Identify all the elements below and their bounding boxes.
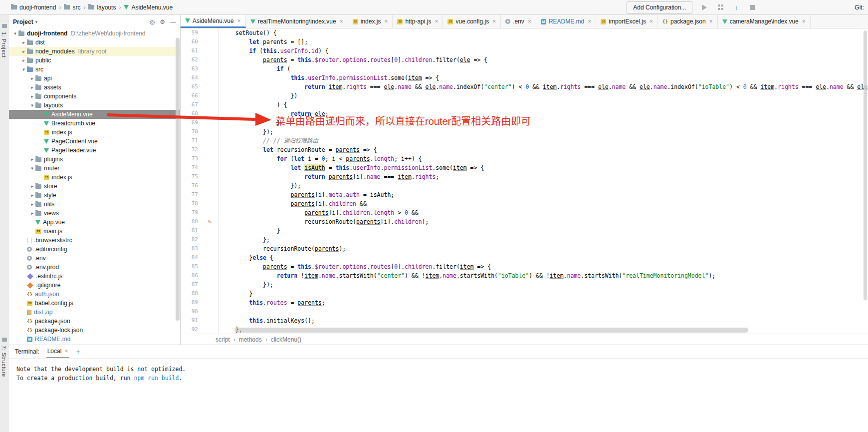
tree-item-plugins[interactable]: ▸plugins <box>9 155 180 164</box>
close-icon[interactable]: × <box>64 348 68 355</box>
tree-item-src[interactable]: ▾src <box>9 65 180 74</box>
chevron-closed-icon[interactable]: ▸ <box>29 76 35 81</box>
tree-item-gitignore[interactable]: .gitignore <box>9 281 180 290</box>
breadcrumb-item-duoji-frontend[interactable]: duoji-frontend <box>11 4 56 11</box>
breadcrumb-item-layouts[interactable]: layouts <box>88 4 116 11</box>
chevron-open-icon[interactable]: ▾ <box>20 67 27 72</box>
tree-item-dist[interactable]: ▸dist <box>9 38 180 47</box>
tree-item-env[interactable]: .env <box>9 254 180 263</box>
tree-item-editorconfig[interactable]: .editorconfig <box>9 245 180 254</box>
chevron-closed-icon[interactable]: ▸ <box>29 184 35 189</box>
code-line[interactable]: 80↻ recursionRoute(parents[i].children); <box>181 217 868 226</box>
code-line[interactable]: 86 return !item.name.startsWith("center"… <box>181 271 868 280</box>
code-line[interactable]: 69 } <box>181 118 868 127</box>
code-line[interactable]: 61 if (this.userInfo.id) { <box>181 46 868 55</box>
chevron-closed-icon[interactable]: ▸ <box>29 211 35 216</box>
tree-item-dist-zip[interactable]: dist.zip <box>9 308 180 317</box>
tab-package-json[interactable]: package.json× <box>658 15 718 28</box>
editor-breadcrumb-methods[interactable]: methods <box>239 336 262 343</box>
project-tool-icon[interactable] <box>2 24 7 28</box>
tree-item-breadcrumb-vue[interactable]: Breadcrumb.vue <box>9 119 180 128</box>
update-project-icon[interactable]: ↓ <box>732 3 740 11</box>
close-icon[interactable]: × <box>802 18 806 25</box>
chevron-closed-icon[interactable]: ▸ <box>29 85 35 90</box>
project-scrollbar[interactable] <box>176 38 180 321</box>
code-line[interactable]: 65 return item.rights === ele.name && el… <box>181 82 868 91</box>
tab-asidemenu-vue[interactable]: AsideMenu.vue× <box>181 15 246 28</box>
project-panel-title[interactable]: Project <box>13 18 33 25</box>
code-line[interactable]: 71 // // 递归权限路由 <box>181 136 868 145</box>
code-line[interactable]: 84 }else { <box>181 253 868 262</box>
code-line[interactable]: 88 } <box>181 289 868 298</box>
chevron-open-icon[interactable]: ▾ <box>29 103 35 108</box>
tree-item-utils[interactable]: ▸utils <box>9 200 180 209</box>
code-line[interactable]: 78 parents[i].children && <box>181 199 868 208</box>
code-line[interactable]: 64 this.userInfo.permissionList.some(ite… <box>181 73 868 82</box>
tree-item-components[interactable]: ▸components <box>9 92 180 101</box>
git-branch-widget[interactable]: Git: <box>855 4 864 11</box>
hide-panel-icon[interactable]: — <box>170 18 176 25</box>
tab-cameramanage-index-vue[interactable]: cameraManage\index.vue× <box>718 15 811 28</box>
code-line[interactable]: 82 }; <box>181 235 868 244</box>
code-line[interactable]: 83 recursionRoute(parents); <box>181 244 868 253</box>
stop-icon[interactable] <box>748 3 756 11</box>
tree-item-duoji-frontend[interactable]: ▾duoji-frontendD:\zheheWeb\duoji-fronten… <box>9 29 180 38</box>
horizontal-scrollbar[interactable] <box>234 328 748 333</box>
close-icon[interactable]: × <box>384 18 388 25</box>
tool-button-project[interactable]: 1: Project <box>1 32 7 57</box>
tab-importexcel-js[interactable]: importExcel.js× <box>596 15 658 28</box>
code-line[interactable]: 73 for (let i = 0; i < parents.length; i… <box>181 154 868 163</box>
tree-item-store[interactable]: ▸store <box>9 182 180 191</box>
tree-item-auth-json[interactable]: auth.json <box>9 290 180 299</box>
recursive-call-icon[interactable]: ↻ <box>198 217 221 226</box>
code-line[interactable]: 59 setRoute() { <box>181 28 868 37</box>
close-icon[interactable]: × <box>237 17 241 24</box>
editor-breadcrumb-script[interactable]: script <box>216 336 230 343</box>
add-configuration-button[interactable]: Add Configuration... <box>627 1 692 13</box>
code-line[interactable]: 87 }); <box>181 280 868 289</box>
code-line[interactable]: 91 this.initialKeys(); <box>181 316 868 325</box>
close-icon[interactable]: × <box>588 18 591 25</box>
tab-http-api-js[interactable]: http-api.js× <box>393 15 443 28</box>
new-terminal-icon[interactable]: + <box>76 348 80 356</box>
tree-item-app-vue[interactable]: App.vue <box>9 218 180 227</box>
tree-item-node-modules[interactable]: ▸node_moduleslibrary root <box>9 47 180 56</box>
code-line[interactable]: 79 parents[i].children.length > 0 && <box>181 208 868 217</box>
terminal-output[interactable]: Note that the development build is not o… <box>9 359 868 383</box>
tree-item-env-prod[interactable]: .env.prod <box>9 263 180 272</box>
close-icon[interactable]: × <box>492 18 496 25</box>
tree-item-package-lock-json[interactable]: package-lock.json <box>9 326 180 335</box>
code-line[interactable]: 75 return parents[i].name === item.right… <box>181 172 868 181</box>
tree-item-asidemenu-vue[interactable]: AsideMenu.vue <box>9 110 180 119</box>
chevron-closed-icon[interactable]: ▸ <box>29 157 35 162</box>
tree-item-public[interactable]: ▸public <box>9 56 180 65</box>
code-line[interactable]: 68 return ele; <box>181 109 868 118</box>
close-icon[interactable]: × <box>434 18 438 25</box>
close-icon[interactable]: × <box>650 18 653 25</box>
chevron-closed-icon[interactable]: ▸ <box>29 202 35 207</box>
code-line[interactable]: 72 let recursionRoute = parents => { <box>181 145 868 154</box>
tree-item-readme-md[interactable]: README.md <box>9 335 180 344</box>
code-line[interactable]: 81 } <box>181 226 868 235</box>
tree-item-eslintrc-js[interactable]: .eslintrc.js <box>9 272 180 281</box>
code-line[interactable]: 67 ) { <box>181 100 868 109</box>
profiler-icon[interactable] <box>716 3 724 11</box>
code-line[interactable]: 63 if ( <box>181 64 868 73</box>
tab-realtimemonitoring-index-vue[interactable]: realTimeMonitoring\index.vue× <box>246 15 348 28</box>
settings-gear-icon[interactable]: ⚙ <box>160 18 165 25</box>
tab-vue-config-js[interactable]: vue.config.js× <box>443 15 501 28</box>
chevron-closed-icon[interactable]: ▸ <box>20 49 27 54</box>
chevron-down-icon[interactable]: ▾ <box>35 19 38 24</box>
tab-env[interactable]: .env× <box>501 15 536 28</box>
tool-button-structure[interactable]: 7: Structure <box>1 346 7 377</box>
code-line[interactable]: 76 }); <box>181 181 868 190</box>
tree-item-index-js[interactable]: index.js <box>9 128 180 137</box>
tree-item-babel-config-js[interactable]: babel.config.js <box>9 299 180 308</box>
structure-tool-icon[interactable] <box>2 338 7 342</box>
chevron-closed-icon[interactable]: ▸ <box>20 40 27 45</box>
close-icon[interactable]: × <box>340 18 343 25</box>
editor-breadcrumb-clickmenu[interactable]: clickMenu() <box>271 336 301 343</box>
chevron-closed-icon[interactable]: ▸ <box>29 193 35 198</box>
tree-item-assets[interactable]: ▸assets <box>9 83 180 92</box>
tree-item-pagecontent-vue[interactable]: PageContent.vue <box>9 137 180 146</box>
